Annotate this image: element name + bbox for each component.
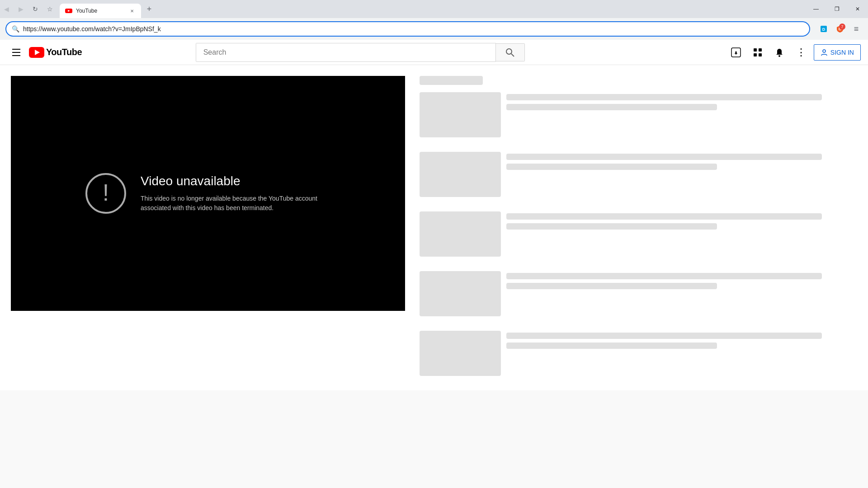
youtube-main: ! Video unavailable This video is no lon…: [0, 65, 868, 390]
sidebar-thumbnail-skeleton: [420, 211, 501, 257]
skeleton-line: [506, 333, 822, 339]
close-button[interactable]: ✕: [847, 2, 868, 16]
hamburger-icon: [12, 52, 20, 53]
sidebar-meta: [506, 211, 857, 257]
youtube-header: YouTube: [0, 40, 868, 65]
video-section: ! Video unavailable This video is no lon…: [0, 76, 416, 390]
tab-favicon: [65, 7, 72, 14]
sidebar-header-skeleton: [420, 76, 483, 85]
youtube-header-right: ⋮ SIGN IN: [727, 43, 861, 61]
bookmark-button[interactable]: ☆: [43, 3, 56, 15]
apps-icon: [753, 48, 762, 57]
exclamation-mark: !: [103, 181, 109, 204]
sidebar-item: [420, 271, 857, 324]
sidebar-item: [420, 331, 857, 383]
apps-button[interactable]: [749, 43, 767, 61]
upload-button[interactable]: [727, 43, 745, 61]
skeleton-line: [506, 213, 822, 220]
omnibox-input[interactable]: [23, 25, 804, 33]
youtube-logo[interactable]: YouTube: [29, 47, 82, 58]
youtube-logo-text: YouTube: [46, 47, 82, 57]
active-tab[interactable]: YouTube ✕: [60, 4, 141, 18]
video-unavailable-message: This video is no longer available becaus…: [141, 194, 330, 213]
more-button[interactable]: ⋮: [792, 43, 810, 61]
video-unavailable-title: Video unavailable: [141, 174, 330, 188]
forward-button[interactable]: ▶: [14, 3, 27, 15]
svg-rect-14: [754, 53, 757, 56]
svg-line-8: [511, 54, 514, 56]
brave-shields-button[interactable]: B 7: [834, 23, 846, 35]
hamburger-icon: [12, 55, 20, 56]
window-controls: — ❐ ✕: [806, 0, 868, 18]
omnibox-search-icon: 🔍: [12, 25, 19, 33]
video-player: ! Video unavailable This video is no lon…: [11, 76, 405, 311]
svg-point-17: [823, 50, 826, 52]
skeleton-line: [506, 223, 717, 230]
youtube-app: YouTube: [0, 40, 868, 390]
extension-icons: D B 7 ≡: [817, 23, 863, 35]
upload-icon: [731, 47, 741, 57]
tab-title: YouTube: [76, 8, 125, 14]
sidebar-meta: [506, 152, 857, 197]
svg-rect-13: [759, 48, 762, 52]
sidebar-meta: [506, 92, 857, 137]
youtube-search-bar: [196, 43, 525, 62]
search-input[interactable]: [196, 43, 495, 61]
skeleton-line: [506, 343, 717, 349]
sidebar-thumbnail-skeleton: [420, 271, 501, 316]
youtube-logo-icon: [29, 47, 44, 58]
skeleton-line: [506, 154, 822, 160]
skeleton-line: [506, 273, 822, 279]
dashlane-extension-button[interactable]: D: [817, 23, 830, 35]
search-icon: [505, 48, 514, 57]
omnibox-wrapper: 🔍: [5, 21, 810, 37]
skeleton-line: [506, 164, 717, 170]
search-button[interactable]: [496, 43, 525, 61]
sign-in-label: SIGN IN: [830, 49, 854, 56]
sidebar-thumbnail-skeleton: [420, 152, 501, 197]
browser-titlebar: ◀ ▶ ↻ ☆ YouTube ✕ + — ❐ ✕: [0, 0, 868, 18]
unavailable-icon: !: [85, 173, 126, 214]
person-icon: [821, 49, 828, 56]
svg-point-7: [506, 49, 512, 54]
notifications-button[interactable]: [770, 43, 788, 61]
back-button[interactable]: ◀: [0, 3, 13, 15]
youtube-menu-button[interactable]: [7, 43, 25, 61]
skeleton-line: [506, 104, 717, 110]
sidebar-item: [420, 152, 857, 204]
search-input-wrapper: [196, 43, 496, 62]
reload-button[interactable]: ↻: [29, 3, 42, 15]
sidebar-meta: [506, 271, 857, 316]
sign-in-button[interactable]: SIGN IN: [814, 44, 861, 61]
tab-bar: YouTube ✕ +: [60, 0, 806, 18]
omnibox-bar: 🔍 D B 7 ≡: [0, 18, 868, 40]
new-tab-button[interactable]: +: [143, 3, 156, 15]
tab-close-button[interactable]: ✕: [128, 7, 136, 14]
svg-rect-12: [754, 48, 757, 52]
svg-text:D: D: [822, 27, 826, 32]
sidebar-thumbnail-skeleton: [420, 92, 501, 137]
sidebar-item: [420, 211, 857, 264]
notifications-icon: [774, 47, 784, 57]
browser-nav-buttons: ◀ ▶ ↻ ☆: [0, 3, 56, 15]
unavailable-text: Video unavailable This video is no longe…: [141, 174, 330, 213]
sidebar-meta: [506, 331, 857, 376]
minimize-button[interactable]: —: [806, 2, 826, 16]
skeleton-line: [506, 94, 822, 100]
youtube-sidebar: [416, 76, 868, 390]
hamburger-icon: [12, 49, 20, 50]
browser-menu-button[interactable]: ≡: [850, 23, 863, 35]
skeleton-line: [506, 283, 717, 289]
video-unavailable-content: ! Video unavailable This video is no lon…: [85, 173, 330, 214]
svg-point-16: [778, 55, 780, 57]
svg-rect-15: [759, 53, 762, 56]
brave-badge-count: 7: [839, 23, 845, 30]
maximize-button[interactable]: ❐: [826, 2, 847, 16]
sidebar-thumbnail-skeleton: [420, 331, 501, 376]
sidebar-item: [420, 92, 857, 145]
